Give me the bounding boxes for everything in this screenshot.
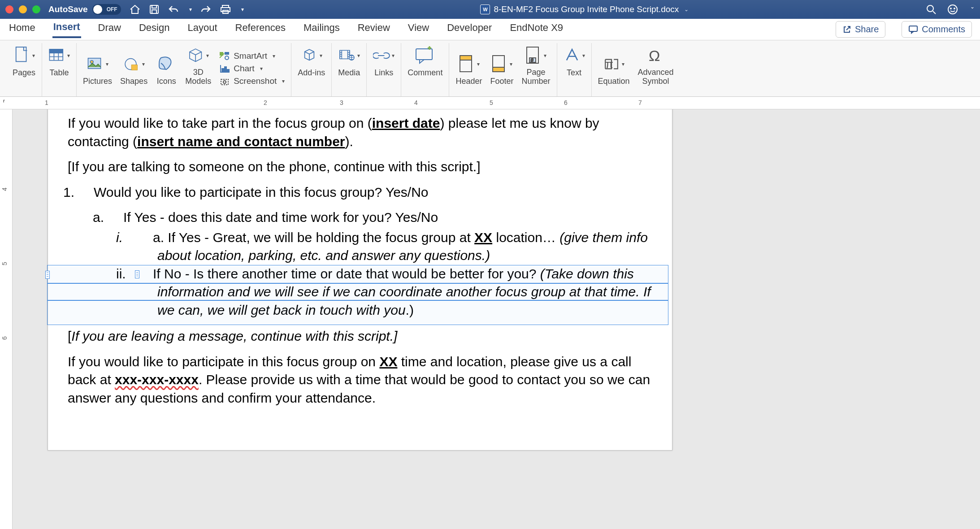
svg-rect-24	[221, 79, 228, 85]
pictures-icon: ▾	[87, 53, 108, 75]
filename-label: 8-EN-MF2 Focus Group Invite Phone Script…	[494, 4, 679, 14]
equation-button[interactable]: π▾ Equation	[598, 53, 630, 86]
svg-point-25	[223, 81, 226, 83]
group-headerfooter: ▾ Header ▾ Footer #▾ Page Number	[449, 43, 557, 96]
tab-draw[interactable]: Draw	[97, 22, 122, 37]
home-icon[interactable]	[129, 4, 141, 15]
media-icon: ▾	[338, 45, 360, 66]
undo-dropdown-icon[interactable]: ▾	[189, 6, 192, 13]
3d-models-button[interactable]: ▾ 3D Models	[185, 45, 211, 86]
minimize-window-icon[interactable]	[19, 5, 27, 13]
undo-icon[interactable]	[168, 4, 179, 14]
group-illustrations: ▾ Pictures ▾ Shapes Icons ▾ 3D Models Sm…	[77, 43, 291, 96]
tab-home[interactable]: Home	[8, 22, 36, 37]
text-icon: ▾	[564, 45, 585, 66]
smartart-button[interactable]: SmartArt▾	[219, 51, 275, 61]
tab-review[interactable]: Review	[357, 22, 391, 37]
pictures-button[interactable]: ▾ Pictures	[83, 53, 112, 86]
search-icon[interactable]	[925, 4, 937, 15]
page-number-button[interactable]: #▾ Page Number	[521, 45, 550, 86]
feedback-icon[interactable]	[947, 4, 958, 15]
save-icon[interactable]	[149, 4, 160, 15]
ruler-mark: 1	[45, 99, 48, 106]
svg-point-7	[948, 5, 957, 14]
maximize-window-icon[interactable]	[32, 5, 40, 13]
tab-view[interactable]: View	[407, 22, 430, 37]
tab-developer[interactable]: Developer	[446, 22, 493, 37]
share-icon	[842, 25, 851, 34]
addins-icon: ▾	[301, 45, 322, 66]
tab-stop-icon[interactable]: ⸢	[3, 99, 5, 107]
comments-label: Comments	[922, 24, 965, 35]
share-button[interactable]: Share	[836, 21, 885, 38]
tab-endnote[interactable]: EndNote X9	[509, 22, 564, 37]
autosave-state: OFF	[107, 6, 117, 13]
svg-point-20	[225, 56, 229, 60]
addins-button[interactable]: ▾ Add-ins	[298, 45, 325, 78]
svg-rect-23	[227, 69, 229, 72]
autosave-toggle[interactable]: OFF	[92, 4, 121, 15]
text-button[interactable]: ▾ Text	[564, 45, 585, 78]
window-controls	[5, 5, 40, 13]
svg-rect-11	[16, 47, 26, 61]
comment-label: Comment	[408, 68, 442, 78]
chart-label: Chart	[234, 64, 254, 74]
tab-layout[interactable]: Layout	[186, 22, 218, 37]
svg-text:#: #	[531, 58, 533, 63]
screenshot-button[interactable]: Screenshot▾	[219, 76, 285, 86]
svg-rect-19	[225, 52, 229, 55]
comments-button[interactable]: Comments	[902, 21, 972, 38]
pages-icon: ▾	[13, 45, 35, 66]
table-button[interactable]: ▾ Table	[48, 45, 70, 78]
svg-rect-26	[340, 50, 350, 59]
links-button[interactable]: ▾ Links	[373, 45, 395, 78]
group-links: ▾ Links	[367, 43, 401, 96]
group-comment: Comment	[401, 43, 449, 96]
header-icon: ▾	[458, 53, 480, 75]
svg-rect-2	[152, 10, 156, 13]
ruler-mark: 2	[264, 99, 267, 106]
redo-icon[interactable]	[200, 4, 212, 14]
screenshot-label: Screenshot	[234, 76, 277, 86]
comment-button[interactable]: Comment	[408, 45, 442, 78]
header-button[interactable]: ▾ Header	[455, 53, 482, 86]
tab-mailings[interactable]: Mailings	[303, 22, 341, 37]
svg-text:Ω: Ω	[649, 47, 660, 64]
print-icon[interactable]	[220, 4, 231, 15]
symbol-icon: Ω	[645, 45, 667, 66]
shapes-button[interactable]: ▾ Shapes	[120, 53, 147, 86]
document-title: W 8-EN-MF2 Focus Group Invite Phone Scri…	[244, 4, 925, 14]
svg-point-8	[950, 8, 951, 9]
symbol-button[interactable]: Ω Advanced Symbol	[638, 45, 674, 86]
ruler-mark: 6	[564, 99, 568, 106]
tab-insert[interactable]: Insert	[52, 21, 81, 38]
icons-button[interactable]: Icons	[156, 53, 177, 86]
horizontal-ruler[interactable]: ⸢ 1 2 3 4 5 6 7	[0, 97, 980, 109]
chart-icon	[219, 64, 230, 73]
ruler-mark: 7	[638, 99, 642, 106]
tab-design[interactable]: Design	[138, 22, 170, 37]
group-addins: ▾ Add-ins	[291, 43, 332, 96]
feedback-dropdown-icon[interactable]: ⌄	[970, 4, 975, 15]
tab-references[interactable]: References	[234, 22, 287, 37]
equation-label: Equation	[598, 77, 630, 86]
comment-bubble-icon	[414, 45, 436, 66]
group-media: ▾ Media	[332, 43, 367, 96]
close-window-icon[interactable]	[5, 5, 13, 13]
smartart-label: SmartArt	[234, 51, 267, 61]
comment-icon	[908, 25, 918, 34]
media-button[interactable]: ▾ Media	[338, 45, 360, 78]
media-label: Media	[338, 68, 360, 78]
group-pages: ▾ Pages	[6, 43, 42, 96]
pages-button[interactable]: ▾ Pages	[13, 45, 35, 78]
chart-button[interactable]: Chart▾	[219, 64, 262, 74]
ruler-mark: 4	[414, 99, 418, 106]
ruler-mark: 5	[490, 99, 493, 106]
svg-rect-10	[909, 26, 917, 31]
shapes-icon: ▾	[123, 53, 145, 75]
table-icon: ▾	[48, 45, 70, 66]
header-label: Header	[455, 77, 482, 86]
filename-dropdown-icon[interactable]: ⌄	[684, 6, 689, 13]
footer-button[interactable]: ▾ Footer	[490, 53, 513, 86]
svg-rect-28	[416, 49, 432, 60]
